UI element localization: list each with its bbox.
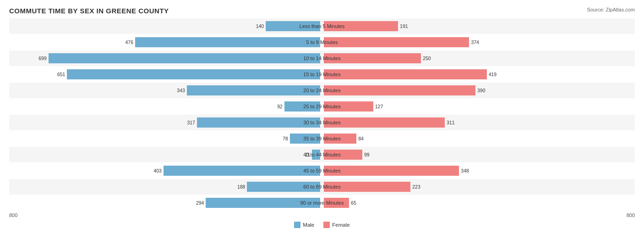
bar-female xyxy=(324,21,398,31)
right-side: 223 xyxy=(322,179,635,195)
bar-male xyxy=(206,198,320,208)
female-value: 311 xyxy=(447,120,455,125)
bar-female xyxy=(324,101,373,112)
left-side: 92 xyxy=(9,99,322,114)
female-value: 374 xyxy=(471,39,479,45)
source-text: Source: ZipAtlas.com xyxy=(587,7,635,12)
table-row: 78 35 to 39 Minutes 84 xyxy=(9,131,635,146)
table-row: 317 30 to 34 Minutes 311 xyxy=(9,115,635,130)
axis-label-right: 800 xyxy=(627,212,635,218)
right-side: 419 xyxy=(322,67,635,82)
table-row: 92 25 to 29 Minutes 127 xyxy=(9,99,635,114)
bar-male xyxy=(164,166,320,176)
left-side: 403 xyxy=(9,163,322,179)
legend-female-box xyxy=(323,222,330,228)
female-value: 191 xyxy=(400,23,408,29)
male-value: 294 xyxy=(196,200,204,206)
right-side: 127 xyxy=(322,99,635,114)
table-row: 343 20 to 24 Minutes 390 xyxy=(9,83,635,98)
bar-male xyxy=(312,150,320,160)
female-value: 348 xyxy=(461,168,469,173)
right-side: 191 xyxy=(322,18,635,34)
right-side: 250 xyxy=(322,50,635,66)
bar-female xyxy=(324,117,445,128)
left-side: 78 xyxy=(9,131,322,146)
male-value: 403 xyxy=(153,168,162,173)
bar-female xyxy=(324,37,469,47)
female-value: 127 xyxy=(375,104,383,109)
right-side: 390 xyxy=(322,83,635,98)
male-value: 476 xyxy=(125,39,133,45)
axis-label-left: 800 xyxy=(9,212,17,218)
female-value: 390 xyxy=(477,88,486,93)
bar-male xyxy=(247,182,320,192)
left-side: 317 xyxy=(9,115,322,130)
chart-area: 140 Less than 5 Minutes 191 476 5 to 9 M… xyxy=(9,18,635,208)
bar-female xyxy=(324,166,459,176)
legend: Male Female xyxy=(9,222,635,228)
left-side: 294 xyxy=(9,195,322,211)
legend-male-box xyxy=(294,222,300,228)
bar-male xyxy=(135,37,320,47)
bar-male xyxy=(290,134,320,144)
chart-container: COMMUTE TIME BY SEX IN GREENE COUNTY Sou… xyxy=(0,0,644,240)
bar-female xyxy=(324,134,356,144)
table-row: 140 Less than 5 Minutes 191 xyxy=(9,18,635,34)
male-value: 343 xyxy=(177,88,185,93)
female-value: 223 xyxy=(412,184,420,190)
male-value: 140 xyxy=(256,23,264,29)
right-side: 311 xyxy=(322,115,635,130)
legend-male: Male xyxy=(294,222,314,228)
table-row: 476 5 to 9 Minutes 374 xyxy=(9,34,635,50)
male-value: 699 xyxy=(38,56,47,61)
male-value: 188 xyxy=(237,184,246,190)
table-row: 699 10 to 14 Minutes 250 xyxy=(9,50,635,66)
male-value: 21 xyxy=(305,152,311,157)
bar-male xyxy=(187,85,320,95)
right-side: 374 xyxy=(322,34,635,50)
table-row: 21 40 to 44 Minutes 99 xyxy=(9,147,635,162)
female-value: 65 xyxy=(351,200,356,206)
right-side: 348 xyxy=(322,163,635,179)
bar-male xyxy=(49,53,320,63)
male-value: 78 xyxy=(283,136,288,141)
table-row: 294 90 or more Minutes 65 xyxy=(9,195,635,211)
left-side: 21 xyxy=(9,147,322,162)
bar-female xyxy=(324,53,421,63)
bar-male xyxy=(284,101,320,112)
male-value: 92 xyxy=(277,104,283,109)
chart-title: COMMUTE TIME BY SEX IN GREENE COUNTY xyxy=(9,7,635,15)
left-side: 188 xyxy=(9,179,322,195)
male-value: 651 xyxy=(57,72,65,77)
bar-female xyxy=(324,182,410,192)
female-value: 84 xyxy=(358,136,364,141)
bar-female xyxy=(324,69,487,79)
bar-male xyxy=(67,69,320,79)
left-side: 476 xyxy=(9,34,322,50)
bar-female xyxy=(324,150,362,160)
female-value: 250 xyxy=(423,56,431,61)
right-side: 99 xyxy=(322,147,635,162)
legend-female: Female xyxy=(323,222,349,228)
table-row: 188 60 to 89 Minutes 223 xyxy=(9,179,635,195)
female-value: 99 xyxy=(364,152,370,157)
legend-male-label: Male xyxy=(303,222,314,228)
bar-female xyxy=(324,85,475,95)
bar-female xyxy=(324,198,349,208)
table-row: 403 45 to 59 Minutes 348 xyxy=(9,163,635,179)
left-side: 343 xyxy=(9,83,322,98)
right-side: 84 xyxy=(322,131,635,146)
table-row: 651 15 to 19 Minutes 419 xyxy=(9,67,635,82)
right-side: 65 xyxy=(322,195,635,211)
chart-rows-wrapper: 140 Less than 5 Minutes 191 476 5 to 9 M… xyxy=(9,18,635,211)
bar-male xyxy=(197,117,320,128)
female-value: 419 xyxy=(489,72,497,77)
bar-male xyxy=(266,21,320,31)
legend-female-label: Female xyxy=(332,222,349,228)
left-side: 699 xyxy=(9,50,322,66)
left-side: 651 xyxy=(9,67,322,82)
left-side: 140 xyxy=(9,18,322,34)
male-value: 317 xyxy=(187,120,195,125)
